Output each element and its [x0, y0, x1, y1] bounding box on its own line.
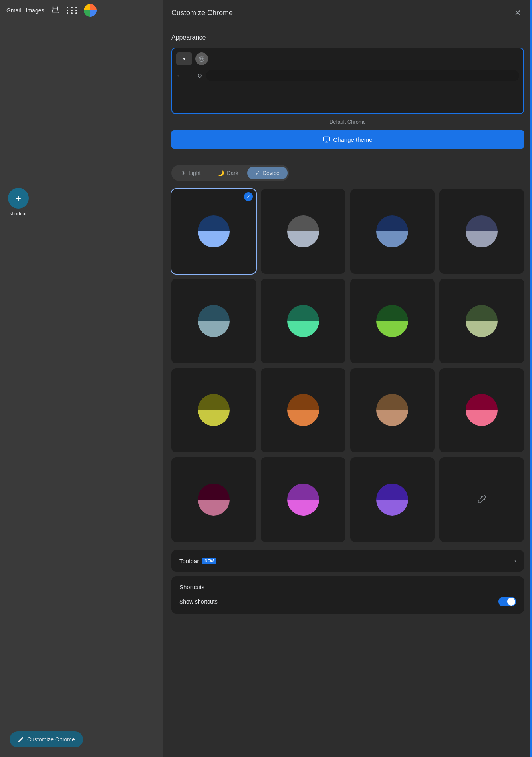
gmail-link[interactable]: Gmail	[6, 7, 21, 14]
color-swatch-10[interactable]	[261, 368, 345, 453]
divider	[171, 157, 524, 157]
add-shortcut-button[interactable]: +	[8, 188, 29, 209]
browser-nav-row: ← → ↻	[176, 68, 519, 83]
shortcuts-title: Shortcuts	[179, 584, 516, 590]
mode-selector: ☀ Light 🌙 Dark ✓ Device	[171, 165, 289, 181]
color-swatch-1[interactable]: ✓	[171, 189, 256, 274]
light-mode-label: Light	[189, 170, 200, 176]
show-shortcuts-toggle[interactable]	[498, 597, 516, 606]
customize-chrome-footer-button[interactable]: Customize Chrome	[10, 731, 83, 747]
check-icon: ✓	[255, 170, 260, 176]
images-link[interactable]: Images	[26, 7, 44, 14]
moon-icon: 🌙	[217, 170, 224, 176]
browser-tab-icon	[195, 52, 208, 65]
apps-icon[interactable]	[66, 4, 79, 17]
panel-content: Appearance ▾	[163, 26, 532, 757]
panel-header: Customize Chrome ✕	[163, 0, 532, 26]
change-theme-button[interactable]: Change theme	[171, 130, 524, 149]
show-shortcuts-label: Show shortcuts	[179, 598, 218, 605]
color-swatch-6[interactable]	[261, 279, 345, 363]
lab-icon[interactable]	[49, 4, 62, 17]
toolbar-title-row: Toolbar NEW	[179, 558, 216, 564]
light-mode-button[interactable]: ☀ Light	[173, 167, 208, 179]
browser-dropdown[interactable]: ▾	[176, 52, 192, 65]
appearance-section: Appearance ▾	[171, 34, 524, 542]
customize-chrome-panel: Customize Chrome ✕ Appearance ▾	[163, 0, 532, 757]
svg-rect-2	[324, 137, 330, 141]
color-swatch-11[interactable]	[350, 368, 435, 453]
toolbar-section[interactable]: Toolbar NEW ›	[171, 550, 524, 572]
shortcuts-row: Show shortcuts	[179, 597, 516, 606]
blue-accent-bar	[530, 0, 532, 757]
color-swatch-9[interactable]	[171, 368, 256, 453]
panel-title: Customize Chrome	[171, 9, 233, 17]
device-mode-button[interactable]: ✓ Device	[247, 167, 288, 179]
browser-preview: ▾ ← → ↻	[171, 48, 524, 114]
sun-icon: ☀	[181, 170, 186, 176]
toolbar-card-header: Toolbar NEW ›	[179, 557, 516, 564]
add-shortcut-label: shortcut	[0, 211, 36, 217]
color-swatch-4[interactable]	[439, 189, 524, 274]
close-button[interactable]: ✕	[511, 6, 524, 19]
color-swatch-15[interactable]	[350, 457, 435, 542]
color-swatch-3[interactable]	[350, 189, 435, 274]
color-swatch-14[interactable]	[261, 457, 345, 542]
customize-chrome-footer-label: Customize Chrome	[27, 736, 75, 743]
profile-avatar[interactable]	[84, 4, 97, 17]
color-swatch-13[interactable]	[171, 457, 256, 542]
color-swatch-eyedropper[interactable]	[439, 457, 524, 542]
forward-icon[interactable]: →	[187, 72, 193, 79]
default-chrome-label: Default Chrome	[171, 119, 524, 125]
url-bar[interactable]	[206, 70, 519, 81]
appearance-title: Appearance	[171, 34, 524, 41]
color-swatch-8[interactable]	[439, 279, 524, 363]
chrome-header: Gmail Images	[0, 0, 163, 21]
toggle-knob	[507, 598, 515, 606]
color-swatch-5[interactable]	[171, 279, 256, 363]
refresh-icon[interactable]: ↻	[197, 72, 202, 80]
change-theme-label: Change theme	[333, 136, 372, 143]
dark-mode-label: Dark	[226, 170, 238, 176]
color-grid: ✓	[171, 189, 524, 542]
color-swatch-7[interactable]	[350, 279, 435, 363]
browser-toolbar-row: ▾	[176, 52, 519, 65]
back-icon[interactable]: ←	[176, 72, 183, 79]
dark-mode-button[interactable]: 🌙 Dark	[209, 167, 246, 179]
main-area: Gmail Images + shortcut Customize Chrome	[0, 0, 163, 757]
shortcuts-section: Shortcuts Show shortcuts	[171, 576, 524, 614]
color-swatch-12[interactable]	[439, 368, 524, 453]
selected-checkmark: ✓	[244, 192, 253, 201]
color-swatch-2[interactable]	[261, 189, 345, 274]
toolbar-chevron-icon: ›	[514, 557, 516, 564]
device-mode-label: Device	[262, 170, 280, 176]
toolbar-title: Toolbar	[179, 558, 199, 564]
browser-content-area	[176, 85, 519, 109]
toolbar-new-badge: NEW	[202, 558, 216, 564]
